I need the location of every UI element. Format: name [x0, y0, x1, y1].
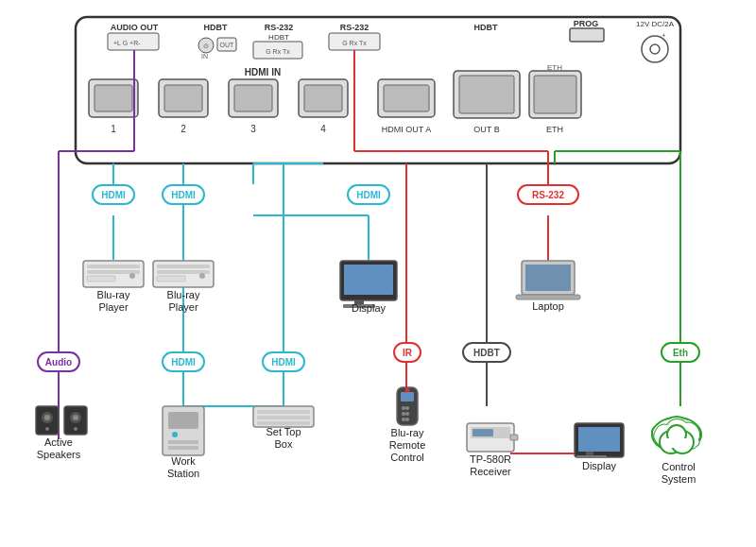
svg-text:G Rx Tx: G Rx Tx: [342, 40, 367, 46]
svg-text:OUT B: OUT B: [473, 125, 499, 134]
svg-text:OUT: OUT: [220, 42, 235, 48]
svg-text:Box: Box: [275, 438, 293, 450]
svg-text:Audio: Audio: [45, 357, 72, 368]
svg-point-100: [129, 273, 135, 279]
svg-text:Display: Display: [352, 302, 387, 314]
svg-text:4: 4: [320, 124, 326, 134]
svg-text:G Rx Tx: G Rx Tx: [266, 48, 290, 55]
svg-text:Remote: Remote: [389, 439, 426, 451]
svg-rect-98: [87, 265, 140, 268]
svg-text:+L  G  +R-: +L G +R-: [113, 40, 141, 46]
svg-text:System: System: [662, 473, 696, 485]
svg-rect-128: [257, 410, 310, 414]
svg-rect-26: [94, 85, 132, 111]
svg-rect-145: [578, 427, 620, 452]
svg-text:Blu-ray: Blu-ray: [167, 289, 200, 300]
svg-text:HDBT: HDBT: [473, 348, 500, 358]
svg-rect-19: [570, 28, 604, 42]
svg-text:Set Top: Set Top: [266, 426, 301, 437]
svg-point-120: [73, 415, 78, 420]
svg-text:HDBT: HDBT: [204, 23, 228, 32]
svg-rect-41: [459, 76, 514, 113]
svg-rect-126: [168, 446, 198, 450]
svg-text:AUDIO OUT: AUDIO OUT: [111, 23, 159, 32]
svg-text:Speakers: Speakers: [37, 449, 81, 460]
svg-text:RS-232: RS-232: [340, 23, 369, 32]
svg-text:PROG: PROG: [574, 19, 599, 28]
svg-point-134: [405, 406, 409, 410]
svg-text:12V DC/2A: 12V DC/2A: [636, 20, 675, 28]
svg-rect-123: [168, 412, 198, 429]
svg-text:3: 3: [250, 124, 256, 134]
svg-rect-106: [157, 276, 185, 282]
svg-rect-103: [157, 265, 210, 268]
svg-rect-125: [168, 440, 198, 444]
svg-rect-132: [401, 392, 414, 402]
svg-point-138: [405, 418, 409, 421]
svg-text:RS-232: RS-232: [532, 190, 564, 200]
svg-point-139: [405, 388, 410, 393]
svg-rect-112: [525, 265, 571, 291]
svg-text:Laptop: Laptop: [532, 300, 564, 312]
svg-point-135: [402, 412, 405, 416]
svg-rect-142: [472, 429, 493, 436]
svg-text:Control: Control: [662, 461, 695, 472]
svg-text:Display: Display: [582, 460, 617, 471]
svg-text:Receiver: Receiver: [470, 466, 511, 477]
svg-point-136: [405, 412, 409, 416]
svg-rect-159: [663, 438, 690, 448]
svg-text:Control: Control: [390, 452, 423, 463]
svg-rect-108: [344, 265, 393, 295]
svg-text:Station: Station: [167, 468, 199, 479]
svg-rect-130: [257, 421, 310, 425]
svg-text:1: 1: [111, 124, 116, 134]
svg-text:Work: Work: [171, 455, 196, 467]
svg-text:Player: Player: [98, 301, 129, 313]
svg-rect-29: [164, 85, 202, 111]
svg-text:HDMI: HDMI: [171, 190, 196, 200]
svg-point-124: [172, 432, 178, 437]
svg-text:IN: IN: [201, 53, 208, 60]
svg-rect-143: [510, 435, 518, 440]
svg-text:ETH: ETH: [547, 63, 562, 72]
svg-text:Eth: Eth: [673, 348, 688, 358]
svg-point-105: [199, 273, 205, 279]
svg-text:Active: Active: [44, 436, 73, 448]
svg-point-137: [402, 418, 405, 421]
svg-rect-44: [534, 76, 576, 113]
svg-rect-113: [516, 295, 580, 299]
svg-text:+: +: [662, 31, 666, 40]
svg-point-133: [402, 406, 405, 410]
svg-text:HDMI: HDMI: [356, 190, 381, 200]
svg-rect-35: [304, 85, 342, 111]
svg-text:RS-232: RS-232: [265, 23, 294, 32]
svg-text:IR: IR: [403, 348, 413, 358]
svg-text:2: 2: [180, 124, 186, 134]
svg-point-116: [44, 415, 50, 420]
svg-text:HDMI: HDMI: [171, 357, 196, 368]
svg-point-117: [45, 427, 49, 431]
svg-point-121: [74, 427, 77, 431]
svg-text:Blu-ray: Blu-ray: [97, 289, 130, 300]
svg-text:HDMI: HDMI: [101, 190, 126, 200]
svg-text:⊙: ⊙: [203, 43, 209, 49]
diagram-container: AUDIO OUT +L G +R- HDBT ⊙ IN OUT RS-232 …: [0, 0, 756, 547]
svg-text:TP-580R: TP-580R: [470, 453, 511, 465]
svg-text:HDMI: HDMI: [271, 357, 296, 368]
svg-rect-129: [257, 416, 310, 419]
svg-text:HDBT: HDBT: [268, 33, 289, 42]
svg-text:HDMI IN: HDMI IN: [245, 67, 281, 77]
svg-rect-38: [384, 85, 429, 111]
svg-text:Blu-ray: Blu-ray: [391, 427, 424, 438]
svg-rect-147: [576, 455, 607, 458]
svg-text:Player: Player: [168, 301, 198, 313]
svg-text:ETH: ETH: [546, 125, 563, 134]
svg-rect-32: [234, 85, 272, 111]
svg-text:HDMI OUT A: HDMI OUT A: [382, 125, 431, 134]
svg-text:HDBT: HDBT: [474, 23, 498, 32]
svg-rect-101: [87, 276, 115, 282]
